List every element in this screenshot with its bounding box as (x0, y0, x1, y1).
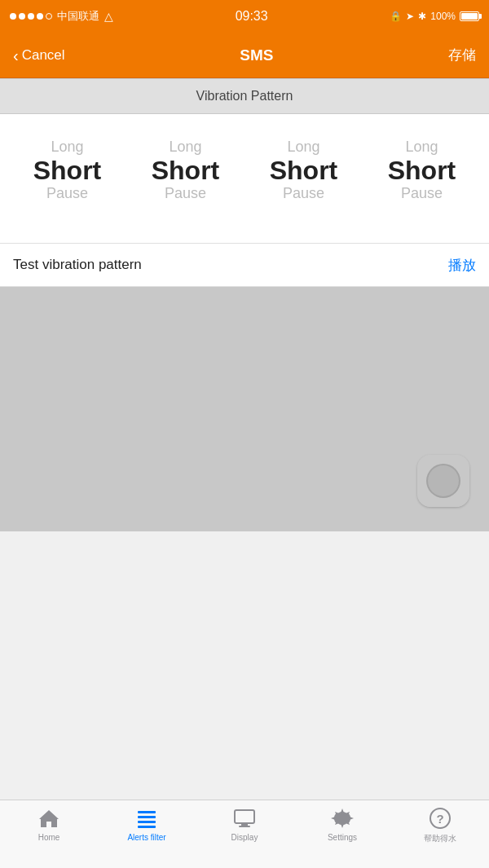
section-header-label: Vibration Pattern (196, 89, 293, 104)
svg-rect-6 (239, 826, 250, 827)
signal-dot-4 (37, 13, 43, 20)
carrier-label: 中国联通 (57, 9, 99, 24)
pattern-main-3: Short (270, 157, 338, 183)
svg-rect-2 (138, 821, 156, 823)
bluetooth-icon: ✱ (418, 11, 426, 22)
status-left: 中国联通 △ (10, 9, 113, 24)
pattern-bottom-2: Pause (165, 185, 206, 202)
cancel-button[interactable]: ‹ Cancel (13, 47, 65, 64)
test-vibration-row: Test vibration pattern 播放 (0, 243, 489, 287)
tab-settings-label: Settings (328, 833, 357, 842)
pattern-item-3[interactable]: Long Short Pause (251, 139, 357, 202)
tab-settings[interactable]: Settings (293, 807, 391, 842)
nav-title: SMS (240, 46, 273, 64)
vibration-spacer (0, 218, 489, 243)
pattern-row: Long Short Pause Long Short Pause Long S… (0, 139, 489, 202)
pattern-item-2[interactable]: Long Short Pause (133, 139, 239, 202)
pattern-top-2: Long (169, 139, 201, 156)
tab-display-label: Display (231, 833, 258, 842)
pattern-main-1: Short (33, 157, 102, 183)
status-time: 09:33 (236, 9, 268, 24)
cancel-label: Cancel (22, 47, 65, 64)
tab-help[interactable]: ? 帮助得水 (391, 807, 489, 844)
battery-fill (461, 13, 478, 20)
settings-icon (331, 807, 354, 830)
vibration-pattern-area: Long Short Pause Long Short Pause Long S… (0, 114, 489, 218)
signal-dot-3 (28, 13, 34, 20)
status-bar: 中国联通 △ 09:33 🔒 ➤ ✱ 100% (0, 0, 489, 33)
test-vibration-label: Test vibration pattern (13, 257, 142, 273)
home-button-circle (426, 464, 460, 498)
signal-dots (10, 13, 52, 20)
display-icon (233, 807, 256, 830)
chevron-left-icon: ‹ (13, 47, 19, 64)
svg-text:?: ? (436, 812, 443, 826)
svg-rect-3 (138, 826, 156, 828)
tab-display[interactable]: Display (196, 807, 293, 842)
canvas-area (0, 287, 489, 531)
pattern-main-2: Short (152, 157, 220, 183)
tab-help-label: 帮助得水 (424, 833, 456, 844)
signal-dot-1 (10, 13, 16, 20)
status-right: 🔒 ➤ ✱ 100% (390, 11, 479, 22)
tab-bar: Home Alerts filter Display Settings ? 帮助 (0, 800, 489, 868)
tab-home-label: Home (38, 833, 60, 842)
home-icon (37, 807, 60, 830)
tab-alerts-filter[interactable]: Alerts filter (98, 807, 196, 842)
pattern-bottom-3: Pause (283, 185, 324, 202)
lock-icon: 🔒 (390, 11, 402, 22)
pattern-top-4: Long (405, 139, 438, 156)
pattern-item-1[interactable]: Long Short Pause (15, 139, 121, 202)
home-button[interactable] (417, 455, 469, 507)
pattern-top-3: Long (287, 139, 319, 156)
svg-rect-0 (138, 811, 156, 813)
pattern-top-1: Long (51, 139, 83, 156)
pattern-bottom-1: Pause (46, 185, 88, 202)
signal-dot-5 (46, 13, 52, 20)
pattern-bottom-4: Pause (401, 185, 443, 202)
nav-bar: ‹ Cancel SMS 存储 (0, 33, 489, 78)
svg-rect-4 (235, 810, 254, 823)
wifi-icon: △ (104, 10, 113, 23)
tab-alerts-filter-label: Alerts filter (127, 833, 165, 842)
location-icon: ➤ (406, 11, 414, 22)
help-icon: ? (429, 807, 452, 830)
pattern-main-4: Short (388, 157, 456, 183)
signal-dot-2 (19, 13, 25, 20)
battery-percent: 100% (430, 11, 456, 22)
battery-icon (460, 11, 479, 21)
svg-rect-1 (138, 816, 156, 818)
tab-home[interactable]: Home (0, 807, 98, 842)
svg-rect-5 (241, 823, 248, 826)
save-button[interactable]: 存储 (448, 46, 476, 64)
play-button[interactable]: 播放 (448, 256, 476, 275)
section-header: Vibration Pattern (0, 78, 489, 114)
alerts-filter-icon (135, 807, 158, 830)
pattern-item-4[interactable]: Long Short Pause (369, 139, 475, 202)
